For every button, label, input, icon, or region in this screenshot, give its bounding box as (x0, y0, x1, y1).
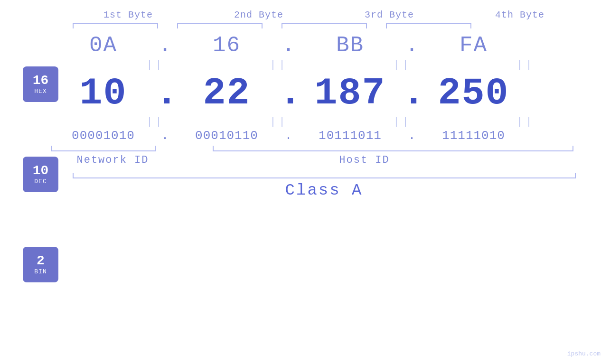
bin-cell-1: 00001010 (51, 129, 156, 143)
watermark: ipshu.com (567, 350, 601, 357)
bracket-gap (175, 146, 194, 151)
bin-cell-2: 00010110 (175, 129, 279, 143)
class-label-row: Class A (51, 181, 597, 199)
dec-val-3: 187 (314, 72, 385, 115)
top-brackets (63, 23, 585, 28)
bin-val-3: 10111011 (319, 129, 382, 143)
bin-val-4: 11111010 (442, 129, 505, 143)
bin-badge: 2 BIN (23, 247, 58, 282)
hex-dot-1: . (156, 33, 175, 58)
header-row: 1st Byte 2nd Byte 3rd Byte 4th Byte (63, 9, 585, 20)
host-bracket-line (213, 146, 573, 151)
dec-val-2: 22 (203, 72, 250, 115)
bin-dot-3: . (403, 129, 422, 143)
bracket-2 (168, 23, 272, 28)
hex-cell-2: 16 (175, 33, 279, 58)
hex-val-1: 0A (89, 33, 117, 58)
bracket-1 (63, 23, 168, 28)
byte-header-2: 2nd Byte (206, 9, 311, 20)
bracket-top-4 (386, 23, 471, 28)
bracket-top-1 (73, 23, 158, 28)
bin-val-1: 00001010 (72, 129, 135, 143)
bin-val-2: 00010110 (195, 129, 258, 143)
hex-cell-3: BB (298, 33, 403, 58)
hex-row: 0A . 16 . BB . FA (51, 33, 597, 58)
bin-dot-1: . (156, 129, 175, 143)
network-id-label: Network ID (51, 154, 175, 166)
dec-val-1: 10 (79, 72, 127, 115)
bin-badge-label: BIN (34, 268, 47, 275)
dec-cell-4: 250 (422, 72, 526, 115)
dec-row: 10 . 22 . 187 . 250 (51, 72, 597, 115)
dec-badge-num: 10 (33, 164, 49, 178)
eq-cell-1: || (103, 59, 208, 71)
host-id-label: Host ID (175, 154, 554, 166)
bracket-3 (272, 23, 376, 28)
hex-dot-2: . (279, 33, 298, 58)
class-bracket-line (73, 173, 576, 178)
network-bracket-line (51, 146, 156, 151)
byte-header-3: 3rd Byte (337, 9, 441, 20)
eq2-cell-4: || (474, 116, 578, 128)
bracket-4 (376, 23, 481, 28)
eq2-cell-2: || (227, 116, 331, 128)
byte-header-4: 4th Byte (468, 9, 572, 20)
eq-cell-2: || (227, 59, 331, 71)
dec-dot-3: . (403, 72, 422, 115)
hex-val-2: 16 (213, 33, 241, 58)
hex-cell-1: 0A (51, 33, 156, 58)
host-bracket (213, 146, 573, 151)
dec-badge: 10 DEC (23, 157, 58, 192)
dec-cell-1: 10 (51, 72, 156, 115)
dec-cell-3: 187 (298, 72, 403, 115)
hex-badge-num: 16 (33, 74, 49, 88)
dec-dot-2: . (279, 72, 298, 115)
hex-cell-4: FA (422, 33, 526, 58)
eq2-cell-1: || (103, 116, 208, 128)
labels-row: Network ID Host ID (51, 154, 597, 166)
bracket-top-3 (282, 23, 367, 28)
dec-dot-1: . (156, 72, 175, 115)
bin-row: 00001010 . 00010110 . 10111011 . 1111101… (51, 129, 597, 143)
dec-badge-label: DEC (34, 178, 47, 185)
equals-row-2: || || || || (32, 116, 578, 128)
bin-cell-4: 11111010 (422, 129, 526, 143)
eq2-cell-3: || (350, 116, 455, 128)
bin-cell-3: 10111011 (298, 129, 403, 143)
hex-val-3: BB (336, 33, 364, 58)
bin-badge-num: 2 (37, 254, 45, 269)
hex-dot-3: . (403, 33, 422, 58)
network-bracket (51, 146, 175, 151)
bin-dot-2: . (279, 129, 298, 143)
eq-cell-3: || (350, 59, 455, 71)
dec-cell-2: 22 (175, 72, 279, 115)
bracket-top-2 (177, 23, 263, 28)
equals-row-1: || || || || (32, 59, 578, 71)
hex-badge-label: HEX (34, 88, 47, 95)
bottom-bracket-row (51, 146, 597, 151)
eq-cell-4: || (474, 59, 578, 71)
main-container: 16 HEX 10 DEC 2 BIN 1st Byte 2nd Byte 3r… (0, 0, 610, 364)
class-bracket-row (51, 173, 597, 178)
hex-val-4: FA (460, 33, 488, 58)
class-a-label: Class A (285, 181, 363, 199)
byte-header-1: 1st Byte (76, 9, 180, 20)
dec-val-4: 250 (438, 72, 509, 115)
